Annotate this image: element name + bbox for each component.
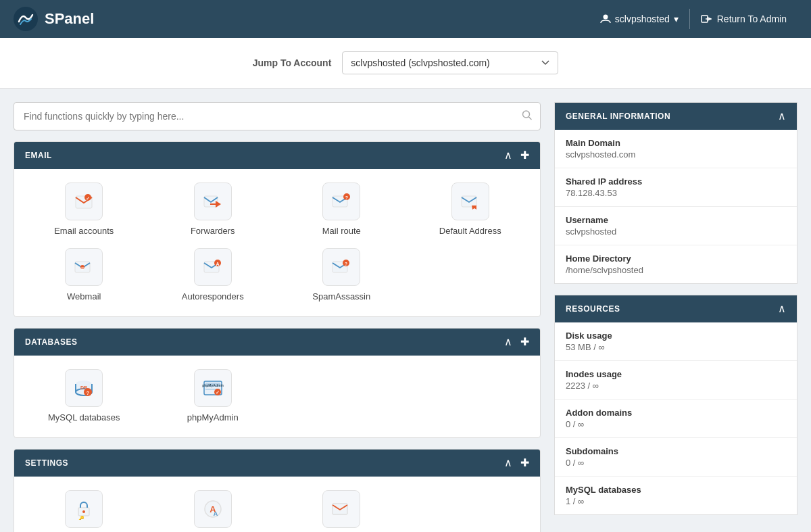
mail-route-item[interactable]: ? Mail route <box>282 183 401 237</box>
svg-point-1 <box>603 15 608 20</box>
shared-ip-row: Shared IP address 78.128.43.53 <box>555 168 797 207</box>
settings-section: SETTINGS ∧ ✚ 🔑 <box>14 449 541 532</box>
resources-collapse-button[interactable]: ∧ <box>778 304 786 314</box>
svg-text:?: ? <box>345 261 347 266</box>
email-collapse-button[interactable]: ∧ <box>504 150 512 161</box>
forwarders-icon <box>202 191 224 212</box>
mysql-icon: DB ? <box>73 377 95 399</box>
forwarders-item[interactable]: Forwarders <box>154 183 272 237</box>
search-input[interactable] <box>14 102 541 130</box>
main-domain-value: sclvpshosted.com <box>566 149 786 160</box>
contact-email-icon-box <box>322 490 360 528</box>
mysql-databases-row: MySQL databases 1 / ∞ <box>555 477 797 514</box>
main-domain-label: Main Domain <box>566 138 786 148</box>
webmail-item[interactable]: @ Webmail <box>25 248 143 303</box>
phpmyadmin-icon-box: phpMyAdmin ✓ <box>194 369 232 407</box>
home-directory-value: /home/sclvpshosted <box>566 265 786 275</box>
phpmyadmin-label: phpMyAdmin <box>187 412 239 424</box>
main-content: EMAIL ∧ ✚ ✓ <box>14 102 541 532</box>
svg-text:?: ? <box>345 195 348 200</box>
change-password-item[interactable]: 🔑 Change password <box>25 490 143 532</box>
contact-email-icon <box>330 498 352 520</box>
addon-domains-label: Addon domains <box>566 408 786 418</box>
databases-add-button[interactable]: ✚ <box>520 337 529 347</box>
addon-domains-value: 0 / ∞ <box>566 419 786 429</box>
search-icon <box>522 110 533 123</box>
logo-icon <box>14 7 38 31</box>
sidebar: GENERAL INFORMATION ∧ Main Domain sclvps… <box>554 102 797 532</box>
subdomains-label: Subdomains <box>566 446 786 456</box>
resources-body: Disk usage 53 MB / ∞ Inodes usage 2223 /… <box>555 322 797 514</box>
default-address-item[interactable]: Default Address <box>412 183 530 237</box>
mail-route-icon: ? <box>330 191 352 212</box>
username-value: sclvpshosted <box>566 226 786 237</box>
language-icon-box: A A <box>194 490 232 528</box>
settings-section-header: SETTINGS ∧ ✚ <box>14 450 540 477</box>
spamassassin-icon: ? <box>330 256 352 278</box>
settings-section-title: SETTINGS <box>25 458 68 468</box>
databases-section-body: DB ? MySQL databases phpMyAdmin <box>14 356 540 437</box>
spamassassin-icon-box: ? <box>322 248 360 286</box>
autoresponders-label: Autoresponders <box>182 291 244 303</box>
shared-ip-value: 78.128.43.53 <box>566 188 786 198</box>
email-header-controls: ∧ ✚ <box>504 150 529 161</box>
autoresponders-icon-box: A <box>194 248 232 286</box>
webmail-icon-box: @ <box>65 248 103 286</box>
svg-line-5 <box>529 117 532 120</box>
email-section-body: ✓ Email accounts For <box>14 169 540 316</box>
svg-text:?: ? <box>87 390 89 395</box>
email-add-button[interactable]: ✚ <box>520 150 529 161</box>
settings-add-button[interactable]: ✚ <box>520 458 529 468</box>
spamassassin-item[interactable]: ? SpamAssassin <box>282 248 401 303</box>
logo-text: SPanel <box>45 10 94 28</box>
resources-header: RESOURCES ∧ <box>555 295 797 322</box>
databases-section-title: DATABASES <box>25 337 77 347</box>
mysql-databases-label: MySQL databases <box>48 412 120 424</box>
svg-text:✓: ✓ <box>216 390 220 395</box>
settings-collapse-button[interactable]: ∧ <box>504 458 512 468</box>
mysql-databases-label: MySQL databases <box>566 485 786 495</box>
svg-text:🔑: 🔑 <box>78 515 84 520</box>
user-menu[interactable]: sclvpshosted ▾ <box>589 14 689 24</box>
username-row: Username sclvpshosted <box>555 207 797 245</box>
resources-title: RESOURCES <box>566 304 620 314</box>
svg-text:A: A <box>214 510 218 517</box>
spamassassin-label: SpamAssassin <box>312 291 370 303</box>
main-domain-row: Main Domain sclvpshosted.com <box>555 130 797 168</box>
email-section-header: EMAIL ∧ ✚ <box>14 142 540 169</box>
language-icon: A A <box>202 498 224 520</box>
user-icon <box>600 14 611 24</box>
svg-point-0 <box>14 7 38 31</box>
databases-collapse-button[interactable]: ∧ <box>504 337 512 347</box>
username-label: Username <box>566 215 786 225</box>
databases-section-header: DATABASES ∧ ✚ <box>14 329 540 356</box>
return-to-admin-button[interactable]: Return To Admin <box>690 14 797 24</box>
settings-section-body: 🔑 Change password A A Language <box>14 477 540 532</box>
email-accounts-icon: ✓ <box>73 191 95 212</box>
webmail-icon: @ <box>73 256 95 278</box>
disk-usage-label: Disk usage <box>566 331 786 341</box>
email-accounts-label: Email accounts <box>54 226 114 237</box>
subdomains-row: Subdomains 0 / ∞ <box>555 438 797 477</box>
header-right: sclvpshosted ▾ Return To Admin <box>589 9 797 29</box>
svg-text:@: @ <box>81 266 85 270</box>
disk-usage-row: Disk usage 53 MB / ∞ <box>555 322 797 361</box>
jump-label: Jump To Account <box>253 57 332 68</box>
email-accounts-item[interactable]: ✓ Email accounts <box>25 183 143 237</box>
main-layout: EMAIL ∧ ✚ ✓ <box>0 89 811 532</box>
language-item[interactable]: A A Language <box>154 490 272 532</box>
phpmyadmin-icon: phpMyAdmin ✓ <box>202 377 224 399</box>
autoresponders-icon: A <box>202 256 224 278</box>
databases-header-controls: ∧ ✚ <box>504 337 529 347</box>
autoresponders-item[interactable]: A Autoresponders <box>154 248 272 303</box>
mysql-databases-item[interactable]: DB ? MySQL databases <box>25 369 143 424</box>
jump-account-select[interactable]: sclvpshosted (sclvpshosted.com) <box>342 51 558 74</box>
general-info-collapse-button[interactable]: ∧ <box>778 111 786 122</box>
return-label: Return To Admin <box>717 14 787 24</box>
phpmyadmin-item[interactable]: phpMyAdmin ✓ phpMyAdmin <box>154 369 272 424</box>
search-box <box>14 102 541 130</box>
contact-email-item[interactable]: Contact Email <box>282 490 401 532</box>
mail-route-icon-box: ? <box>322 183 360 220</box>
svg-marker-10 <box>216 201 221 208</box>
logo: SPanel <box>14 7 94 31</box>
